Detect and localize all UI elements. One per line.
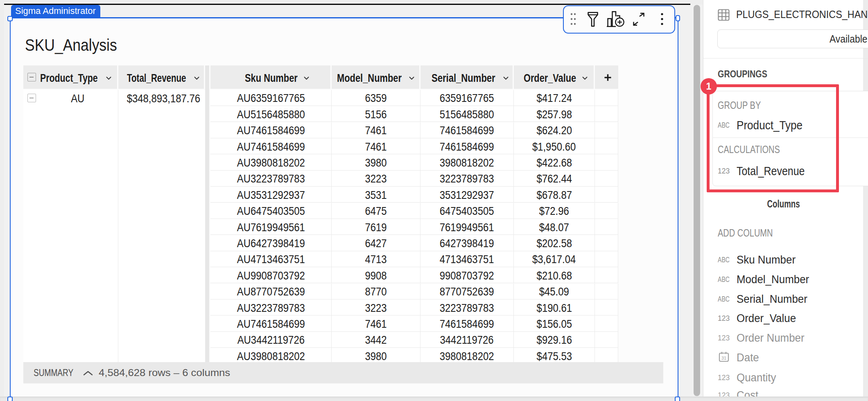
- svg-text:31: 31: [721, 356, 726, 360]
